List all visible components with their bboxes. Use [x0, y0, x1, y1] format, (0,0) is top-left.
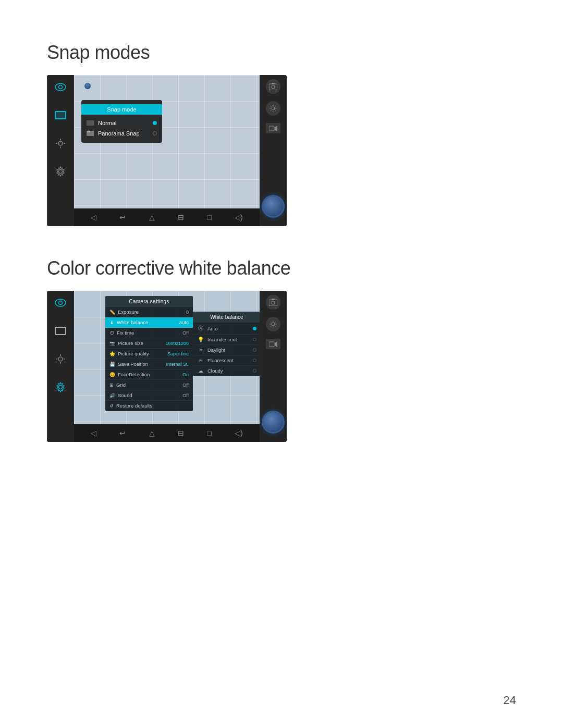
- cam-sidebar-left-2: [47, 291, 74, 442]
- settings-row-fixtime[interactable]: ⏱ Fix time Off: [105, 328, 193, 338]
- svg-rect-12: [269, 126, 274, 131]
- cam-btn-record[interactable]: [266, 123, 280, 133]
- wb-item-cloudy[interactable]: ☁ Cloudy: [193, 366, 260, 376]
- wb-cloudy-icon: ☁: [197, 368, 204, 374]
- cam-shutter-btn-1[interactable]: [262, 195, 285, 218]
- svg-point-0: [55, 83, 66, 91]
- nav-home-1[interactable]: △: [149, 213, 155, 221]
- nav-recent-2[interactable]: □: [207, 429, 211, 437]
- wb-fluorescent-icon: ✳: [197, 357, 204, 363]
- settings-row-sound[interactable]: 🔊 Sound Off: [105, 390, 193, 401]
- nav-back-1[interactable]: ◁: [91, 213, 96, 221]
- nav-menu-1[interactable]: ⊟: [178, 213, 184, 221]
- settings-row-wb[interactable]: 🌡 White balance Auto: [105, 317, 193, 328]
- page-number: 24: [504, 694, 516, 707]
- cam-sidebar-right-2: [260, 291, 287, 442]
- face-label: 😊 FaceDetection: [109, 372, 182, 377]
- cam-btn-photo[interactable]: [266, 79, 280, 94]
- cam-sidebar-left-1: [47, 75, 74, 226]
- nav-return-2[interactable]: ↩: [119, 429, 126, 437]
- nav-return-1[interactable]: ↩: [119, 213, 126, 221]
- wb-item-fluorescent[interactable]: ✳ Fluorescent: [193, 355, 260, 366]
- svg-point-15: [59, 301, 63, 305]
- snap-normal-icon: [87, 120, 94, 126]
- wb-auto-icon: Ⓐ: [197, 325, 204, 332]
- settings-row-pictqual[interactable]: 🌟 Picture quality Super fine: [105, 349, 193, 359]
- camera-ui-snap-modes: Snap mode Normal ⛰ Panorama Snap: [47, 75, 287, 226]
- section2-title: Color corrective white balance: [47, 257, 516, 279]
- wb-label: 🌡 White balance: [109, 319, 179, 325]
- settings-row-grid[interactable]: ⊞ Grid Off: [105, 380, 193, 390]
- effects-icon[interactable]: [54, 137, 67, 150]
- nav-menu-2[interactable]: ⊟: [178, 429, 184, 437]
- settings-panel-title: Camera settings: [105, 296, 193, 307]
- settings-row-restore[interactable]: ↺ Restore defaults: [105, 401, 193, 411]
- settings-row-pictsize[interactable]: 📷 Picture size 1600x1200: [105, 338, 193, 349]
- restore-label: ↺ Restore defaults: [109, 403, 189, 409]
- wb-value: Auto: [179, 320, 189, 325]
- svg-point-2: [58, 141, 63, 145]
- wb-item-incandescent[interactable]: 💡 Incandescent: [193, 335, 260, 345]
- settings-row-face[interactable]: 😊 FaceDetection On: [105, 369, 193, 380]
- snap-normal-dot: [153, 121, 157, 125]
- face-value: On: [182, 372, 189, 377]
- viewfinder-icon[interactable]: [54, 80, 67, 94]
- wb-incandescent-label: Incandescent: [207, 337, 237, 342]
- fixtime-value: Off: [182, 330, 189, 336]
- settings-icon-2-active[interactable]: [54, 380, 67, 394]
- photo-mode-icon[interactable]: [54, 108, 67, 122]
- exposure-value: 0: [186, 310, 189, 315]
- cam-bottom-bar-2: ◁ ↩ △ ⊟ □ ◁): [74, 424, 260, 442]
- sound-label: 🔊 Sound: [109, 392, 182, 398]
- svg-rect-22: [269, 300, 277, 306]
- snap-panorama-label: Panorama Snap: [98, 130, 140, 137]
- settings-row-savepos[interactable]: 💾 Save Position Internal St.: [105, 359, 193, 369]
- photo-mode-icon-2[interactable]: [54, 324, 67, 338]
- svg-rect-26: [269, 342, 274, 347]
- section1-title: Snap modes: [47, 42, 516, 64]
- savepos-label: 💾 Save Position: [109, 361, 166, 367]
- cam-btn-photo-2[interactable]: [266, 295, 280, 310]
- svg-point-16: [58, 357, 63, 361]
- nav-volume-1[interactable]: ◁): [235, 213, 243, 221]
- settings-icon[interactable]: [54, 165, 67, 178]
- cam-main-view-1: Snap mode Normal ⛰ Panorama Snap: [74, 75, 260, 226]
- sound-value: Off: [182, 393, 189, 398]
- pictqual-label: 🌟 Picture quality: [109, 351, 167, 356]
- viewfinder-icon-2[interactable]: [54, 296, 67, 310]
- wb-fluorescent-dot: [253, 359, 256, 362]
- nav-back-2[interactable]: ◁: [91, 429, 96, 437]
- cam-btn-settings-right-2[interactable]: [266, 317, 280, 331]
- effects-icon-2[interactable]: [54, 352, 67, 366]
- camera-ui-white-balance: Camera settings ✏️ Exposure 0 🌡 White ba…: [47, 291, 287, 442]
- pictsize-value: 1600x1200: [165, 341, 189, 346]
- svg-point-23: [272, 301, 275, 304]
- savepos-value: Internal St.: [166, 362, 189, 367]
- nav-recent-1[interactable]: □: [207, 213, 211, 221]
- pictsize-label: 📷 Picture size: [109, 340, 165, 346]
- grid-label: ⊞ Grid: [109, 382, 182, 388]
- svg-point-9: [272, 85, 275, 89]
- nav-volume-2[interactable]: ◁): [235, 429, 243, 437]
- svg-point-14: [55, 299, 66, 306]
- snap-normal-label: Normal: [98, 120, 116, 126]
- svg-point-7: [59, 170, 63, 174]
- pictqual-value: Super fine: [167, 351, 189, 356]
- svg-point-1: [59, 85, 63, 89]
- snap-mode-item-panorama[interactable]: ⛰ Panorama Snap: [81, 128, 162, 139]
- cam-btn-record-2[interactable]: [266, 339, 280, 349]
- wb-daylight-dot: [253, 348, 256, 352]
- svg-point-25: [272, 323, 275, 326]
- blue-bubble: [84, 83, 91, 89]
- cam-shutter-btn-2[interactable]: [262, 411, 285, 434]
- nav-home-2[interactable]: △: [149, 429, 155, 437]
- cam-btn-settings-right[interactable]: [266, 101, 280, 116]
- page-container: Snap modes: [0, 0, 563, 473]
- wb-fluorescent-label: Fluorescent: [207, 357, 234, 363]
- settings-row-exposure[interactable]: ✏️ Exposure 0: [105, 307, 193, 317]
- wb-item-daylight[interactable]: ☀ Daylight: [193, 345, 260, 355]
- snap-mode-item-normal[interactable]: Normal: [81, 118, 162, 128]
- cam-bottom-bar-1: ◁ ↩ △ ⊟ □ ◁): [74, 208, 260, 226]
- wb-item-auto[interactable]: Ⓐ Auto: [193, 323, 260, 335]
- cam-main-view-2: Camera settings ✏️ Exposure 0 🌡 White ba…: [74, 291, 260, 442]
